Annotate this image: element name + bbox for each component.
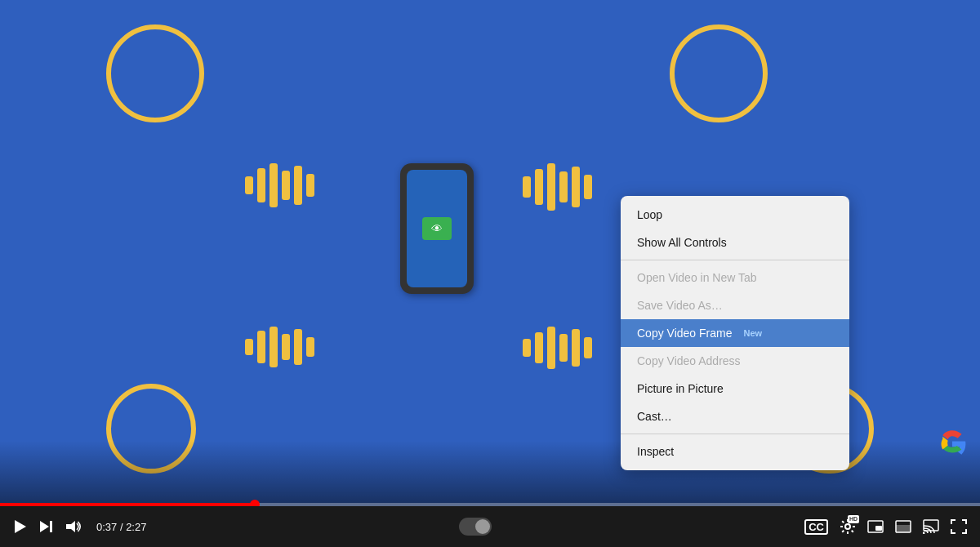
- app-icon: 👁: [422, 217, 452, 240]
- cast-button[interactable]: [923, 519, 939, 534]
- menu-item-cast[interactable]: Cast…: [621, 402, 849, 430]
- fullscreen-button[interactable]: [951, 519, 967, 534]
- menu-item-pip[interactable]: Picture in Picture: [621, 375, 849, 402]
- svg-marker-0: [15, 520, 26, 533]
- svg-marker-1: [40, 521, 49, 532]
- menu-item-copy-address: Copy Video Address: [621, 347, 849, 375]
- miniplayer-button[interactable]: [867, 520, 884, 533]
- phone-screen: 👁: [407, 170, 467, 287]
- menu-item-show-all-controls[interactable]: Show All Controls: [621, 229, 849, 256]
- google-g-svg: [938, 429, 967, 459]
- menu-item-inspect[interactable]: Inspect: [621, 438, 849, 465]
- context-menu: Loop Show All Controls Open Video in New…: [621, 196, 849, 470]
- svg-rect-2: [50, 521, 52, 532]
- menu-item-loop[interactable]: Loop: [621, 201, 849, 229]
- menu-divider-2: [621, 434, 849, 434]
- cc-button[interactable]: CC: [804, 519, 828, 535]
- menu-divider-1: [621, 260, 849, 260]
- time-display: 0:37 / 2:27: [96, 521, 146, 533]
- wave-left-upper: [245, 163, 314, 207]
- svg-rect-8: [896, 525, 911, 532]
- video-player: 👁 Loop Show All Controls Open Video in N…: [0, 0, 980, 547]
- volume-button[interactable]: [65, 519, 82, 534]
- google-logo: [936, 428, 969, 460]
- controls-bar: 0:37 / 2:27 CC HD: [0, 506, 980, 547]
- theater-mode-button[interactable]: [895, 520, 911, 533]
- pause-toggle-dot: [475, 519, 490, 534]
- svg-point-4: [845, 524, 850, 529]
- eye-icon: 👁: [431, 222, 443, 235]
- svg-marker-3: [66, 521, 75, 532]
- svg-rect-6: [875, 526, 882, 531]
- circle-top-right: [670, 24, 768, 122]
- wave-right-lower: [523, 327, 592, 369]
- menu-item-open-new-tab: Open Video in New Tab: [621, 264, 849, 291]
- wave-right-upper: [523, 163, 592, 211]
- new-badge: New: [743, 328, 762, 338]
- wave-left-lower: [245, 327, 314, 367]
- phone-graphic: 👁: [400, 163, 474, 294]
- svg-point-10: [923, 532, 925, 535]
- menu-item-copy-frame[interactable]: Copy Video Frame New: [621, 319, 849, 347]
- play-button[interactable]: [13, 519, 28, 534]
- pause-toggle[interactable]: [459, 518, 492, 536]
- menu-item-save-video: Save Video As…: [621, 291, 849, 319]
- settings-wrap: HD: [840, 518, 856, 535]
- hd-badge: HD: [848, 515, 859, 523]
- circle-top-left: [106, 24, 204, 122]
- skip-button[interactable]: [39, 519, 54, 534]
